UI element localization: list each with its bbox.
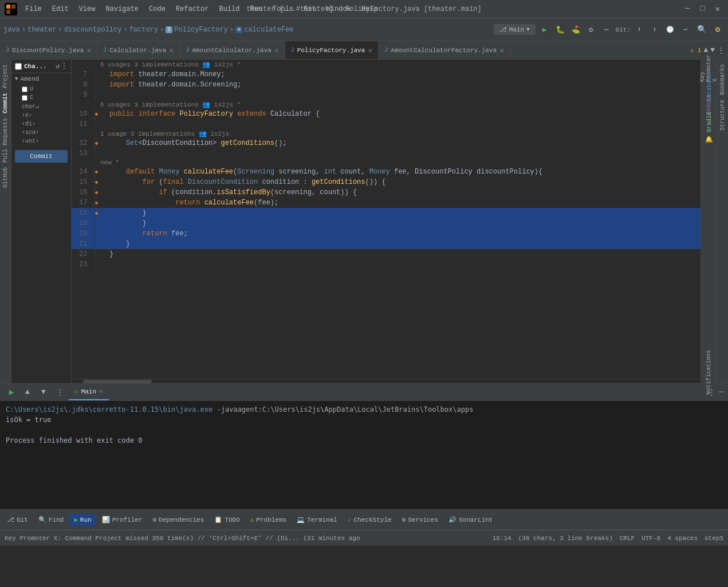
gutter-icon-17[interactable]: ◆ — [95, 200, 99, 206]
sidebar-item-sco[interactable]: ‹sco› — [11, 128, 71, 137]
branch-selector[interactable]: ⎇ Main ▼ — [494, 24, 536, 35]
terminal-down-btn[interactable]: ▼ — [37, 385, 50, 399]
status-encoding[interactable]: UTF-8 — [642, 535, 660, 542]
status-keypromoter[interactable]: Key Promoter X: Command Project missed 3… — [5, 535, 360, 542]
menu-file[interactable]: File — [21, 4, 46, 14]
status-indent[interactable]: 4 spaces — [667, 535, 698, 542]
bottom-checkstyle-btn[interactable]: ✓ CheckStyle — [343, 514, 396, 526]
codota-btn[interactable]: Codota — [703, 99, 715, 111]
menu-view[interactable]: View — [74, 4, 100, 14]
gutter-icon-10[interactable]: ◆ — [95, 111, 99, 117]
info-bar-usages[interactable]: 6 usages 3 implementations 👥 is2js * — [100, 101, 241, 108]
run-button[interactable]: ▶ — [538, 23, 552, 37]
terminal-path[interactable]: C:\Users\is2js\.jdks\corretto-11.0.15\bi… — [6, 405, 213, 413]
scrollbar-thumb[interactable] — [83, 380, 152, 383]
close-button[interactable]: ✕ — [712, 4, 723, 14]
minimize-button[interactable]: ─ — [682, 4, 693, 14]
bottom-services-btn[interactable]: ⚙ Services — [398, 514, 443, 526]
notifications-btn[interactable]: 🔔 — [703, 133, 715, 145]
commit-button[interactable]: Commit — [15, 150, 68, 163]
commit-label[interactable]: Commit — [2, 93, 9, 113]
tab-close-policyfactory[interactable]: ✕ — [368, 46, 372, 55]
status-position[interactable]: 18:14 — [493, 535, 511, 542]
status-chars[interactable]: (36 chars, 3 line breaks) — [518, 535, 613, 542]
code-area[interactable]: 7 import theater.domain.Money; 8 import … — [72, 69, 701, 379]
menu-code[interactable]: Code — [144, 4, 170, 14]
coverage-button[interactable]: ⛳ — [569, 23, 583, 37]
project-label[interactable]: Project — [2, 64, 9, 88]
bottom-todo-btn[interactable]: 📋 TODO — [210, 514, 244, 526]
sidebar-item-unt[interactable]: ‹unt› — [11, 137, 71, 145]
gutter-icon-15[interactable]: ◆ — [95, 179, 99, 186]
pull-requests-label[interactable]: Pull Requests — [2, 118, 9, 163]
sidebar-item-e[interactable]: ‹e› — [11, 111, 71, 120]
usages-info[interactable]: 6 usages 3 implementations 👥 is2js * — [100, 61, 241, 68]
github-label[interactable]: GitHub — [2, 167, 9, 188]
tab-amountcalculator[interactable]: J AmountCalculator.java ✕ — [180, 41, 285, 59]
tab-close-calculator[interactable]: ✕ — [169, 46, 174, 55]
item-checkbox-1[interactable] — [22, 86, 27, 92]
terminal-minimize-btn[interactable]: ─ — [719, 388, 723, 396]
bottom-dependencies-btn[interactable]: ⚙ Dependencies — [148, 514, 208, 526]
tab-close-amountcalculator[interactable]: ✕ — [274, 46, 279, 55]
git-push-btn[interactable]: ⬆ — [648, 23, 662, 37]
info-bar-2[interactable]: 1 usage 3 implementations 👥 is2js — [100, 131, 229, 137]
bottom-git-btn[interactable]: ⎇ Git — [2, 514, 33, 526]
item-checkbox-2[interactable] — [22, 95, 27, 101]
gutter-icon-12[interactable]: ◆ — [95, 140, 99, 147]
sidebar-item-chor[interactable]: chor↵ — [11, 102, 71, 111]
sidebar-item-2[interactable]: C — [11, 93, 71, 102]
database-btn[interactable]: Database — [703, 81, 715, 94]
git-fetch-btn[interactable]: ⬇ — [632, 23, 646, 37]
menu-edit[interactable]: Edit — [48, 4, 73, 14]
breadcrumb-factory[interactable]: factory — [129, 26, 158, 34]
bottom-run-btn[interactable]: ▶ Run — [69, 514, 96, 526]
terminal-run-btn[interactable]: ▶ — [5, 385, 18, 399]
breadcrumb-policyfactory[interactable]: PolicyFactory — [174, 26, 228, 34]
gutter-icon-14[interactable]: ◆ — [95, 169, 99, 175]
menu-refactor[interactable]: Refactor — [171, 4, 214, 14]
notifications-label-btn[interactable]: Notifications — [703, 366, 715, 379]
sidebar-more-btn[interactable]: ⋮ — [61, 62, 68, 70]
terminal-menu-btn[interactable]: ⋮ — [53, 385, 66, 399]
tabs-menu-btn[interactable]: ⋮ — [717, 46, 725, 55]
bookmarks-label[interactable]: Bookmarks — [719, 64, 726, 95]
bottom-profiler-btn[interactable]: 📊 Profiler — [97, 514, 147, 526]
sidebar-refresh-btn[interactable]: ↺ — [56, 62, 60, 70]
menu-navigate[interactable]: Navigate — [101, 4, 143, 14]
tab-discountpolicy[interactable]: J DiscountPolicy.java ✕ — [0, 41, 97, 59]
tab-calculator[interactable]: J Calculator.java ✕ — [97, 41, 180, 59]
breadcrumb-theater[interactable]: theater — [27, 26, 56, 34]
search-everywhere-btn[interactable]: 🔍 — [695, 23, 709, 37]
structure-label[interactable]: Structure — [719, 100, 726, 131]
sidebar-section-amend[interactable]: ▼ Amend — [11, 73, 71, 85]
tab-close-amountcalculatorfactory[interactable]: ✕ — [499, 46, 504, 55]
editor-scrollbar[interactable] — [72, 379, 701, 383]
bottom-terminal-btn[interactable]: 💻 Terminal — [292, 514, 342, 526]
key-promoter-btn[interactable]: Key Promoter X — [703, 62, 715, 74]
menu-build[interactable]: Build — [214, 4, 244, 14]
git-history-btn[interactable]: 🕐 — [663, 23, 677, 37]
git-revert-btn[interactable]: ↩ — [679, 23, 692, 37]
terminal-up-btn[interactable]: ▲ — [21, 385, 34, 399]
info-bar-new[interactable]: new * — [100, 159, 119, 166]
gradle-btn[interactable]: Gradle — [703, 116, 715, 128]
sidebar-item-1[interactable]: U — [11, 85, 71, 93]
tab-policyfactory[interactable]: J PolicyFactory.java ✕ — [285, 41, 379, 59]
bottom-sonarlint-btn[interactable]: 🔊 SonarLint — [444, 514, 497, 526]
debug-button[interactable]: 🐛 — [553, 23, 567, 37]
scroll-tabs-up-btn[interactable]: ▲ — [703, 46, 708, 54]
more-run-btn[interactable]: ⋯ — [600, 23, 613, 37]
tab-close-discountpolicy[interactable]: ✕ — [86, 46, 91, 55]
maximize-button[interactable]: □ — [696, 4, 708, 14]
run-config-btn[interactable]: ⚙ — [584, 23, 598, 37]
terminal-tab-main[interactable]: ▷ Main ✕ — [69, 384, 109, 400]
sidebar-item-di[interactable]: ‹di› — [11, 120, 71, 128]
settings-btn[interactable]: ⚙ — [711, 23, 725, 37]
status-step[interactable]: step5 — [705, 535, 723, 542]
status-line-ending[interactable]: CRLF — [620, 535, 635, 542]
gutter-icon-16[interactable]: ◆ — [95, 190, 99, 196]
breadcrumb-java[interactable]: java — [3, 26, 20, 34]
scroll-tabs-down-btn[interactable]: ▼ — [710, 46, 715, 54]
bottom-problems-btn[interactable]: ⚠ Problems — [246, 514, 291, 526]
